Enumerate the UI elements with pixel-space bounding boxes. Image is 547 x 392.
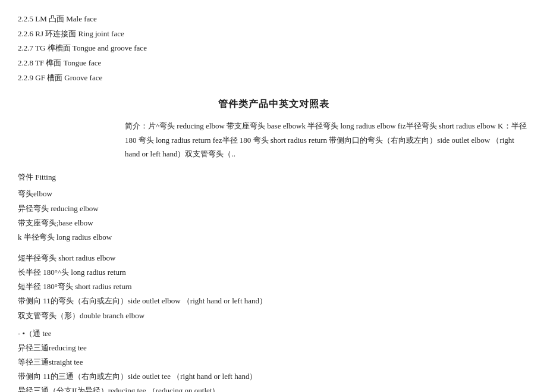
fitting-label: 管件 Fitting — [18, 170, 529, 184]
list-item: 短半径弯头 short radius elbow — [18, 251, 529, 265]
group-elbow: 弯头elbow 异径弯头 reducing elbow 带支座弯头;base e… — [18, 187, 529, 322]
list-item: 异径三通reducing tee — [18, 341, 529, 355]
top-list: 2.2.5 LM 凸面 Male face 2.2.6 RJ 环连接面 Ring… — [18, 12, 529, 85]
group-elbow-header: 弯头elbow — [18, 187, 529, 201]
list-item-5: 2.2.9 GF 槽面 Groove face — [18, 71, 529, 86]
list-item: 异径弯头 reducing elbow — [18, 202, 529, 216]
summary-block: 简介：片^弯头 reducing elbow 带支座弯头 base elbowk… — [18, 119, 529, 161]
list-item-3: 2.2.7 TG 榫槽面 Tongue and groove face — [18, 41, 529, 56]
section-title: 管件类产品中英文对照表 — [18, 96, 529, 113]
group-tee-header: - •（通 tee — [18, 327, 529, 341]
list-item-1: 2.2.5 LM 凸面 Male face — [18, 12, 529, 27]
group-tee: - •（通 tee 异径三通reducing tee 等径三通straight … — [18, 327, 529, 392]
list-item: 双支管弯头（形）double branch elbow — [18, 309, 529, 323]
list-item: 等径三通straight tee — [18, 355, 529, 369]
list-item: 带支座弯头;base elbow — [18, 216, 529, 230]
list-item-4: 2.2.8 TF 榫面 Tongue face — [18, 56, 529, 71]
summary-text: 简介：片^弯头 reducing elbow 带支座弯头 base elbowk… — [125, 119, 529, 161]
list-item: 带侧向 11的弯头（右向或左向）side outlet elbow （right… — [18, 294, 529, 308]
list-item: 短半径 180°弯头 short radius return — [18, 280, 529, 294]
list-item: 长半径 180°^头 long radius return — [18, 265, 529, 280]
list-item — [18, 244, 529, 252]
fitting-section: 管件 Fitting 弯头elbow 异径弯头 reducing elbow 带… — [18, 170, 529, 392]
list-item-2: 2.2.6 RJ 环连接面 Ring joint face — [18, 27, 529, 42]
list-item: k 半径弯头 long radius elbow — [18, 230, 529, 244]
list-item: 带侧向 11的三通（右向或左向）side outlet tee （right h… — [18, 369, 529, 384]
list-item: 异径三通（分支II为异径）reducing tee （reducing on o… — [18, 384, 529, 392]
